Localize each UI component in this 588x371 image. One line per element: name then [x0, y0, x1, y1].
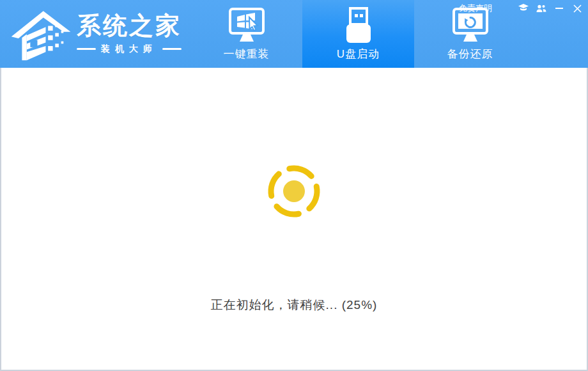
tab-one-key-reinstall[interactable]: 一键重装 [190, 0, 302, 68]
minimize-icon [555, 8, 563, 9]
loading-spinner-icon [265, 162, 323, 220]
monitor-restore-icon [449, 6, 491, 45]
usb-drive-icon [339, 6, 378, 45]
monitor-windows-icon [226, 6, 268, 45]
tab-label: 一键重装 [224, 47, 270, 61]
close-icon [573, 4, 582, 13]
app-logo: 系统之家 装机大师 [9, 5, 182, 63]
main-content: 正在初始化，请稍候... (25%) [0, 68, 588, 371]
brand-block: 系统之家 装机大师 [77, 13, 182, 55]
brand-title: 系统之家 [77, 13, 182, 40]
tab-usb-boot[interactable]: U盘启动 [302, 0, 414, 68]
tab-bar: 一键重装 U盘启动 [190, 0, 526, 68]
tab-backup-restore[interactable]: 备份还原 [414, 0, 526, 68]
minimize-button[interactable] [552, 1, 566, 15]
app-header: 系统之家 装机大师 免责声明 [0, 0, 588, 68]
tab-label: U盘启动 [337, 47, 380, 61]
brand-subtitle: 装机大师 [77, 43, 182, 55]
subtitle-dash-left [77, 48, 96, 50]
users-icon[interactable] [534, 1, 548, 15]
tab-label: 备份还原 [447, 47, 493, 61]
status-text: 正在初始化，请稍候... (25%) [1, 297, 587, 313]
house-logo-icon [9, 5, 74, 63]
close-button[interactable] [570, 1, 584, 15]
app-window: 系统之家 装机大师 免责声明 [0, 0, 588, 371]
subtitle-dash-right [162, 48, 182, 50]
